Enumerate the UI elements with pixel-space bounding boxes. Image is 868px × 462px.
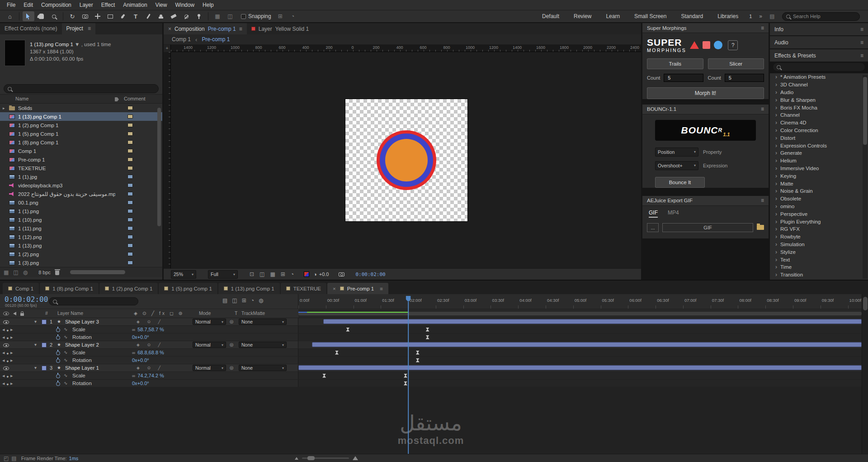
roi-icon[interactable]: ⊡: [250, 271, 254, 277]
timeline-scrollbar[interactable]: [862, 294, 868, 454]
brush-tool-button[interactable]: [142, 11, 154, 21]
link-icon[interactable]: ∞: [132, 350, 135, 355]
project-item[interactable]: 1 (5).png Comp 1: [0, 129, 162, 138]
resolution-dropdown[interactable]: Full ▾: [208, 270, 238, 279]
prev-keyframe-icon[interactable]: ◀: [2, 359, 5, 362]
chevron-right-icon[interactable]: ›: [775, 135, 777, 141]
property-track[interactable]: [298, 349, 862, 356]
effects-category[interactable]: ›Channel: [770, 111, 868, 119]
audio-panel-header[interactable]: Audio ≡: [770, 36, 868, 48]
project-item[interactable]: 00.1.png: [0, 198, 162, 207]
label-color-chip[interactable]: [127, 183, 133, 187]
panel-menu-icon[interactable]: ≡: [860, 52, 863, 59]
property-track[interactable]: [298, 372, 862, 379]
panel-menu-icon[interactable]: ≡: [761, 106, 764, 112]
keyframe-icon[interactable]: [335, 351, 339, 355]
label-color-chip[interactable]: [127, 226, 133, 230]
label-color-chip[interactable]: [127, 218, 133, 222]
effects-category[interactable]: ›Plugin Everything: [770, 218, 868, 225]
project-item[interactable]: 1 (3).png: [0, 258, 162, 267]
effects-presets-header[interactable]: Effects & Presets ≡: [770, 49, 868, 62]
property-name[interactable]: Rotation: [72, 334, 92, 340]
prev-keyframe-icon[interactable]: ◀: [2, 382, 5, 386]
layer-row[interactable]: ▾2★Shape Layer 2◈ ⊙ ╱Normal▾◎None▾: [0, 341, 862, 349]
folder-icon[interactable]: [757, 225, 764, 230]
snapshot-camera-icon[interactable]: [339, 272, 344, 276]
disclosure-arrow-icon[interactable]: ▸: [3, 106, 9, 110]
property-value[interactable]: 0x+0.0°: [132, 381, 149, 386]
new-folder-icon[interactable]: ◫: [13, 269, 18, 276]
project-search-input[interactable]: [14, 86, 155, 91]
chevron-right-icon[interactable]: ›: [775, 81, 777, 88]
menu-layer[interactable]: Layer: [75, 0, 97, 10]
chevron-right-icon[interactable]: ›: [775, 226, 777, 232]
timeline-tab[interactable]: 1 (2).png Comp 1: [99, 283, 158, 294]
property-value[interactable]: 0x+0.0°: [132, 334, 149, 340]
layer-color-chip[interactable]: [42, 343, 47, 348]
mode-dropdown[interactable]: Normal▾: [193, 365, 226, 371]
effects-category[interactable]: ›Immersive Video: [770, 165, 868, 172]
project-item[interactable]: 1 (13).png Comp 1: [0, 112, 162, 121]
tab-mp4[interactable]: MP4: [668, 210, 679, 218]
prev-keyframe-icon[interactable]: ◀: [2, 336, 5, 339]
menu-view[interactable]: View: [151, 0, 171, 10]
timeline-search-input[interactable]: [60, 299, 134, 304]
count-input[interactable]: 5: [725, 74, 764, 82]
trails-button[interactable]: Trails: [647, 58, 703, 69]
effects-category[interactable]: ›Cinema 4D: [770, 119, 868, 127]
keyframe-icon[interactable]: [322, 374, 326, 378]
project-item[interactable]: 1 (12).png: [0, 233, 162, 241]
panel-menu-icon[interactable]: ≡: [860, 26, 863, 33]
aejuice-header[interactable]: AEJuice Export GIF ≡: [642, 196, 769, 206]
morph-it-button[interactable]: Morph It!: [647, 87, 764, 99]
browse-button[interactable]: ...: [647, 223, 659, 232]
bouncr-header[interactable]: BOUNCr-1.1 ≡: [642, 105, 769, 114]
workspace-review[interactable]: Review: [566, 13, 599, 19]
timeline-tab[interactable]: 1 (8).png Comp 1: [40, 283, 99, 294]
layer-duration-bar[interactable]: [323, 319, 862, 324]
panel-menu-icon[interactable]: ≡: [761, 197, 764, 204]
tab-effect-controls[interactable]: Effect Controls (none): [0, 23, 62, 34]
menu-animation[interactable]: Animation: [119, 0, 151, 10]
mode-dropdown[interactable]: Normal▾: [193, 342, 226, 348]
keyframe-navigator[interactable]: ◀◆▶: [2, 382, 13, 386]
effects-category[interactable]: ›Time: [770, 263, 868, 271]
layer-track[interactable]: [298, 341, 862, 348]
effects-category[interactable]: ›Keying: [770, 172, 868, 180]
project-item[interactable]: 1 (2).png: [0, 250, 162, 258]
label-color-chip[interactable]: [127, 200, 133, 205]
project-item[interactable]: videoplayback.mp3: [0, 181, 162, 190]
viewer-timecode[interactable]: 0:00:02:00: [355, 271, 385, 277]
effects-category[interactable]: ›Expression Controls: [770, 142, 868, 149]
label-color-chip[interactable]: [127, 123, 133, 127]
camera-tool-button[interactable]: [79, 11, 91, 21]
link-icon[interactable]: ∞: [132, 373, 135, 378]
mode-dropdown[interactable]: Normal▾: [193, 319, 226, 325]
property-value[interactable]: ∞74.2,74.2 %: [132, 373, 164, 378]
motion-blur-icon[interactable]: ◍: [259, 297, 263, 304]
toggle-switches-icon[interactable]: ◎: [230, 342, 234, 347]
effects-category[interactable]: ›Text: [770, 256, 868, 263]
transparency-grid-icon[interactable]: ◫: [259, 271, 264, 277]
stopwatch-icon[interactable]: [56, 359, 60, 363]
property-track[interactable]: [298, 333, 862, 341]
graph-editor-icon[interactable]: ∿: [64, 350, 67, 355]
draft-3d-icon[interactable]: ◫: [232, 297, 237, 304]
snapping-option-button[interactable]: ⊞: [274, 11, 286, 21]
label-color-chip[interactable]: [127, 166, 133, 170]
effects-category[interactable]: ›Rowbyte: [770, 233, 868, 241]
chevron-right-icon[interactable]: ›: [775, 271, 777, 278]
label-color-chip[interactable]: [127, 114, 133, 119]
stopwatch-icon[interactable]: [56, 382, 60, 386]
menu-window[interactable]: Window: [171, 0, 198, 10]
effects-category[interactable]: ›omino: [770, 203, 868, 210]
effects-category[interactable]: ›Noise & Grain: [770, 187, 868, 195]
next-keyframe-icon[interactable]: ▶: [10, 382, 13, 386]
prev-keyframe-icon[interactable]: ◀: [2, 328, 5, 332]
chevron-right-icon[interactable]: ›: [775, 165, 777, 171]
effects-category[interactable]: ›Blur & Sharpen: [770, 96, 868, 104]
effects-category[interactable]: ›Perspective: [770, 210, 868, 218]
snapping-checkbox[interactable]: [241, 14, 246, 19]
channels-swatch-icon[interactable]: [304, 271, 309, 277]
ruler-corner[interactable]: +: [164, 45, 171, 52]
